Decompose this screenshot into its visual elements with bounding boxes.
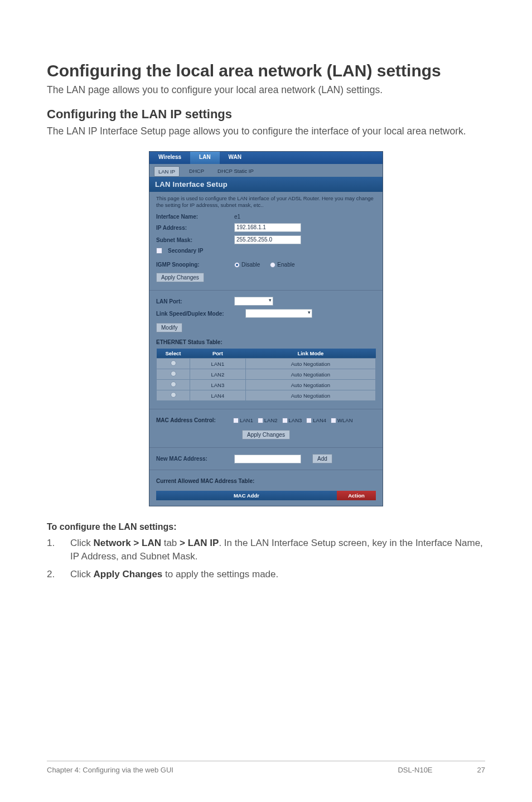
iface-name-label: Interface Name: [156,214,229,220]
cell-mode: Auto Negotiation [245,380,375,390]
checkbox-icon [258,418,263,423]
checkbox-icon [331,418,336,423]
row-select-radio[interactable] [171,381,176,387]
step-text: Click Network > LAN tab > LAN IP. In the… [70,537,485,563]
modify-button[interactable]: Modify [156,323,182,332]
radio-icon [270,262,275,268]
allowed-mac-table: MAC Addr Action [156,491,376,500]
footer-page-number: 27 [477,766,485,774]
checkbox-icon [233,418,239,423]
link-speed-select[interactable] [245,309,312,318]
row-select-radio[interactable] [171,371,176,376]
panel-desc: This page is used to configure the LAN i… [149,192,383,212]
new-mac-label: New MAC Address: [156,456,229,462]
table-row: LAN1 Auto Negotiation [157,359,376,369]
list-item: 2. Click Apply Changes to apply the sett… [47,568,485,581]
subtab-dhcp-static[interactable]: DHCP Static IP [214,166,258,177]
tab-wireless[interactable]: Wireless [149,152,190,164]
cell-mode: Auto Negotiation [245,369,375,380]
cell-mode: Auto Negotiation [245,359,375,369]
router-screenshot: Wireless LAN WAN LAN IP DHCP DHCP Static… [149,151,383,506]
subnet-mask-input[interactable]: 255.255.255.0 [234,235,301,244]
th-mac-addr: MAC Addr [156,491,337,500]
steps-list: 1. Click Network > LAN tab > LAN IP. In … [47,537,485,581]
ethernet-status-table: Select Port Link Mode LAN1 Auto Negotiat… [156,349,376,401]
mac-lan1-checkbox[interactable]: LAN1 [233,417,253,423]
tab-lan[interactable]: LAN [190,152,220,164]
row-select-radio[interactable] [171,392,176,398]
secondary-ip-label: Secondary IP [168,248,203,254]
lan-port-label: LAN Port: [156,298,229,305]
igmp-label: IGMP Snooping: [156,262,229,268]
intro-text: The LAN page allows you to configure you… [47,84,485,97]
add-button[interactable]: Add [312,454,332,463]
cell-port: LAN3 [190,380,246,390]
igmp-disable-radio[interactable]: Disable [234,262,260,268]
step-number: 1. [47,537,70,563]
page-title: Configuring the local area network (LAN)… [47,61,485,80]
mac-lan2-checkbox[interactable]: LAN2 [258,417,278,423]
cell-port: LAN4 [190,390,246,401]
procedure-heading: To configure the LAN settings: [47,522,485,532]
footer-chapter: Chapter 4: Configuring via the web GUI [47,766,173,774]
ip-address-label: IP Address: [156,225,229,231]
lan-port-select[interactable] [234,297,273,306]
link-speed-label: Link Speed/Duplex Mode: [156,311,240,317]
checkbox-icon [282,418,288,423]
table-row: LAN4 Auto Negotiation [157,390,376,401]
subnet-mask-label: Subnet Mask: [156,237,229,243]
apply-changes-mac-button[interactable]: Apply Changes [242,430,290,439]
step-text: Click Apply Changes to apply the setting… [70,568,485,581]
page-footer: Chapter 4: Configuring via the web GUI D… [47,761,485,774]
tab-wan[interactable]: WAN [220,152,250,164]
mac-lan3-checkbox[interactable]: LAN3 [282,417,302,423]
radio-icon [234,262,240,268]
mac-wlan-checkbox[interactable]: WLAN [331,417,352,423]
secondary-ip-checkbox[interactable] [156,248,162,254]
sub-tabs: LAN IP DHCP DHCP Static IP [149,164,383,177]
iface-name-value: e1 [234,214,240,220]
panel-title: LAN Interface Setup [149,177,383,192]
subtab-dhcp[interactable]: DHCP [185,166,208,177]
mac-control-label: MAC Address Control: [156,417,229,423]
igmp-enable-label: Enable [277,262,294,268]
cell-port: LAN1 [190,359,246,369]
section-text: The LAN IP Interface Setup page allows y… [47,125,485,138]
section-heading: Configuring the LAN IP settings [47,107,485,122]
subtab-lan-ip[interactable]: LAN IP [154,166,180,177]
igmp-disable-label: Disable [241,262,260,268]
igmp-enable-radio[interactable]: Enable [270,262,294,268]
new-mac-input[interactable] [234,455,301,463]
row-select-radio[interactable] [171,360,176,366]
list-item: 1. Click Network > LAN tab > LAN IP. In … [47,537,485,563]
apply-changes-button[interactable]: Apply Changes [156,273,204,282]
cell-mode: Auto Negotiation [245,390,375,401]
th-action: Action [337,491,376,500]
mac-lan4-checkbox[interactable]: LAN4 [306,417,326,423]
th-select: Select [157,349,190,359]
top-tabs: Wireless LAN WAN [149,152,383,164]
cell-port: LAN2 [190,369,246,380]
allowed-mac-title: Current Allowed MAC Address Table: [149,475,383,487]
table-row: LAN2 Auto Negotiation [157,369,376,380]
ip-address-input[interactable]: 192.168.1.1 [234,223,301,232]
step-number: 2. [47,568,70,581]
checkbox-icon [306,418,312,423]
table-row: LAN3 Auto Negotiation [157,380,376,390]
eth-table-title: ETHERNET Status Table: [149,336,383,349]
th-link-mode: Link Mode [245,349,375,359]
footer-model: DSL-N10E [398,766,432,774]
th-port: Port [190,349,246,359]
